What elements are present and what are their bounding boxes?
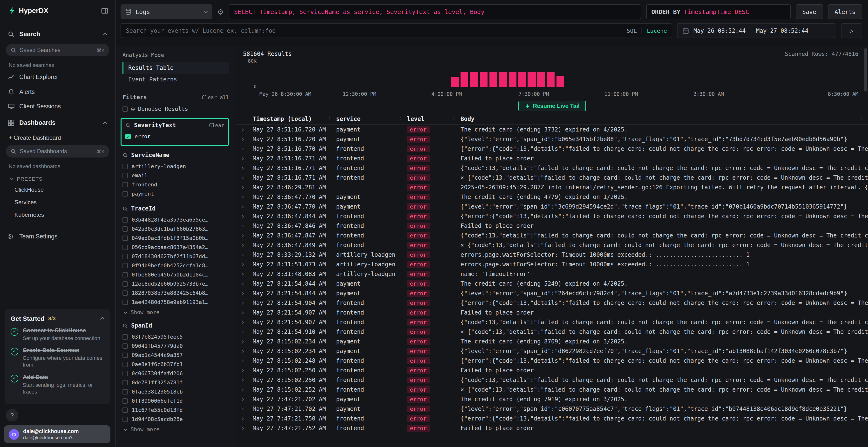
table-row[interactable]: ›May 27 8:46:29.281 AMerror2025-05-26T09… — [240, 182, 868, 192]
table-row[interactable]: ›May 27 8:21:54.904 AMfrontenderror{"err… — [240, 298, 868, 308]
facet-clear-button[interactable]: Clear — [209, 122, 224, 128]
table-row[interactable]: ›May 27 8:51:16.770 AMfrontenderror{"err… — [240, 144, 868, 153]
checkbox[interactable] — [123, 389, 128, 394]
checkbox[interactable] — [123, 173, 128, 178]
checkbox[interactable]: ✓ — [125, 134, 131, 139]
checkbox[interactable] — [123, 191, 128, 197]
checkbox[interactable] — [123, 182, 128, 187]
time-range-picker[interactable]: May 26 08:52:44 - May 27 08:52:44 — [677, 23, 836, 38]
sidebar-item-team-settings[interactable]: ⚙ Team Settings — [0, 229, 115, 244]
row-expand-icon[interactable]: › — [240, 319, 253, 325]
saved-dashboards-input[interactable]: Saved Dashboards ⌘K — [6, 145, 110, 158]
row-expand-icon[interactable]: › — [240, 290, 253, 297]
histogram-bar[interactable] — [557, 76, 564, 87]
table-row[interactable]: ›May 27 7:47:21.750 AMfrontenderror{"err… — [240, 414, 868, 423]
table-row[interactable]: ›May 27 8:21:54.907 AMfrontenderrorFaile… — [240, 308, 868, 317]
table-row[interactable]: ›May 27 8:36:47.849 AMfrontenderror× {"c… — [240, 240, 868, 250]
table-row[interactable]: ›May 27 8:31:48.083 AMartillery-loadgene… — [240, 269, 868, 279]
checkbox[interactable] — [123, 164, 128, 169]
table-row[interactable]: ›May 27 8:15:02.234 AMpaymenterrorThe cr… — [240, 337, 868, 346]
facet-item[interactable]: 11c67fe55c0d13fd — [123, 406, 229, 415]
histogram-bar[interactable] — [490, 72, 497, 87]
resume-live-tail-button[interactable]: Resume Live Tail — [518, 101, 586, 111]
facet-item[interactable]: 0fae5381230518cb — [123, 387, 229, 397]
table-row[interactable]: ›May 27 8:51:16.771 AMfrontenderror{"cod… — [240, 163, 868, 173]
row-expand-icon[interactable]: › — [240, 136, 253, 143]
table-row[interactable]: ›May 27 8:21:54.910 AMfrontenderror× {"c… — [240, 327, 868, 337]
facet-item[interactable]: 1d94f08c5acdb28e — [123, 415, 229, 424]
facet-item[interactable]: 09041fb457779da0 — [123, 342, 229, 351]
collapse-sidebar-icon[interactable] — [101, 7, 108, 14]
facet-item[interactable]: 056cd9acbaac8637a4354a2… — [123, 243, 229, 252]
histogram-bar[interactable] — [508, 72, 516, 87]
histogram-bar[interactable] — [547, 72, 555, 87]
table-row[interactable]: ›May 27 7:47:21.752 AMfrontenderrorFaile… — [240, 423, 868, 433]
facet-item[interactable]: 0f94b9befe0b4252ccfa1c8… — [123, 261, 229, 270]
table-row[interactable]: ›May 27 8:36:47.847 AMfrontenderror{"cod… — [240, 231, 868, 240]
chevron-up-icon[interactable] — [100, 317, 105, 320]
checkbox[interactable] — [123, 217, 128, 222]
facet-item[interactable]: 07d184304627bf2f11b67dd… — [123, 252, 229, 261]
column-header-body[interactable]: Body ⋮ — [461, 115, 868, 122]
column-menu-icon[interactable]: ⋮ — [397, 115, 407, 122]
facet-item[interactable]: 03b44828f42a3573ea655ce… — [123, 215, 229, 225]
facet-item[interactable]: 12ec8dd52b60b9525733b7e… — [123, 279, 229, 288]
histogram-bar[interactable] — [537, 72, 545, 87]
create-dashboard-button[interactable]: + Create Dashboard — [0, 131, 115, 143]
sidebar-item-alerts[interactable]: Alerts — [0, 84, 115, 99]
checkbox[interactable] — [123, 254, 128, 259]
checkbox[interactable] — [123, 417, 128, 422]
facet-item[interactable]: 0ae8e1f6c6b37fb1 — [123, 360, 229, 369]
row-expand-icon[interactable]: › — [240, 184, 253, 191]
row-expand-icon[interactable]: › — [240, 396, 253, 403]
row-expand-icon[interactable]: › — [240, 338, 253, 345]
event-search-box[interactable]: SQL | Lucene — [121, 23, 672, 38]
row-expand-icon[interactable]: › — [240, 242, 253, 248]
table-row[interactable]: ›May 27 8:36:47.770 AMpaymenterror{"leve… — [240, 202, 868, 211]
checkbox[interactable] — [123, 343, 128, 349]
sidebar-item-preset[interactable]: Kubernetes — [0, 209, 115, 221]
histogram-bar[interactable] — [451, 77, 459, 87]
table-row[interactable]: ›May 27 8:15:02.250 AMfrontenderrorFaile… — [240, 366, 868, 375]
table-row[interactable]: ›May 27 8:15:02.234 AMpaymenterror{"leve… — [240, 346, 868, 356]
checkbox[interactable] — [123, 106, 128, 111]
sidebar-item-preset[interactable]: Services — [0, 196, 115, 209]
table-row[interactable]: ›May 27 7:47:21.702 AMpaymenterror{"leve… — [240, 404, 868, 414]
column-header-service[interactable]: service ⋮ — [336, 115, 407, 122]
table-row[interactable]: ›May 27 8:21:54.844 AMpaymenterror{"leve… — [240, 288, 868, 298]
event-search-input[interactable] — [126, 27, 627, 34]
help-button[interactable]: ? — [6, 409, 18, 422]
sidebar-item-client-sessions[interactable]: Client Sessions — [0, 99, 115, 114]
table-row[interactable]: ›May 27 8:51:16.720 AMpaymenterror{"leve… — [240, 134, 868, 144]
facet-item[interactable]: 09ab1c4544c9a357 — [123, 351, 229, 360]
mode-results-table[interactable]: Results Table — [123, 62, 229, 74]
user-menu[interactable]: D dale@clickhouse.com dale@clickhouse.co… — [4, 425, 111, 443]
row-expand-icon[interactable]: › — [240, 126, 253, 133]
row-expand-icon[interactable]: › — [240, 251, 253, 258]
facet-item[interactable]: 18287038b73e882425c64b8… — [123, 288, 229, 298]
checkbox[interactable] — [123, 227, 128, 232]
row-expand-icon[interactable]: › — [240, 155, 253, 162]
saved-searches-input[interactable]: Saved Searches ⌘K — [6, 44, 110, 56]
table-row[interactable]: ›May 27 8:36:47.844 AMfrontenderror{"err… — [240, 211, 868, 221]
table-row[interactable]: ›May 27 8:15:02.250 AMfrontenderror{"cod… — [240, 375, 868, 385]
checkbox[interactable] — [123, 353, 128, 358]
row-expand-icon[interactable]: › — [240, 145, 253, 152]
table-row[interactable]: ›May 27 8:36:47.846 AMfrontenderrorFaile… — [240, 221, 868, 231]
table-row[interactable]: ›May 27 8:51:16.720 AMpaymenterrorThe cr… — [240, 125, 868, 134]
row-expand-icon[interactable]: › — [240, 415, 253, 422]
facet-item[interactable]: 0ff8990066efcf1d — [123, 397, 229, 406]
facet-item[interactable]: ✓error — [125, 132, 224, 141]
scrollbar-thumb[interactable] — [864, 48, 867, 92]
clear-all-filters-button[interactable]: Clear all — [202, 94, 229, 100]
sidebar-item-chart-explorer[interactable]: Chart Explorer — [0, 70, 115, 84]
row-expand-icon[interactable]: › — [240, 194, 253, 200]
source-select[interactable]: Logs — [121, 4, 212, 19]
checkbox[interactable] — [123, 398, 128, 404]
checkbox[interactable] — [123, 236, 128, 241]
facet-item[interactable]: 042a30c3dc1baf660b27863… — [123, 225, 229, 234]
row-expand-icon[interactable]: › — [240, 222, 253, 229]
sidebar-item-preset[interactable]: ClickHouse — [0, 183, 115, 196]
row-expand-icon[interactable]: › — [240, 348, 253, 354]
column-menu-icon[interactable]: ⋮ — [858, 115, 868, 122]
